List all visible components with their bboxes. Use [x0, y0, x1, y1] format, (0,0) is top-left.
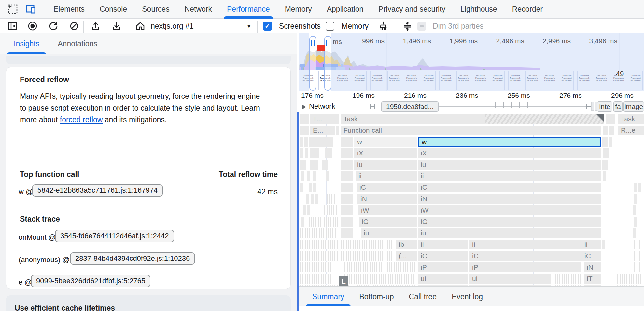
tab-performance[interactable]: Performance	[219, 0, 277, 19]
collapsed-insight-card[interactable]	[6, 56, 291, 64]
top-call-source-chip[interactable]: 5842-e12b863a5c711761.js:1:167974	[32, 184, 163, 197]
flame-event[interactable]	[611, 126, 614, 135]
flame-event-cluster[interactable]	[617, 274, 641, 284]
flame-event[interactable]	[315, 194, 318, 204]
flame-event[interactable]	[634, 194, 637, 204]
flame-event[interactable]	[605, 137, 608, 147]
flame-event[interactable]: iN	[418, 194, 601, 204]
details-tab-summary[interactable]: Summary	[308, 287, 349, 307]
flame-event[interactable]: ii	[418, 240, 468, 249]
flame-event-cluster[interactable]	[634, 251, 641, 261]
flame-event[interactable]	[602, 240, 605, 249]
flame-event-cluster[interactable]	[324, 217, 338, 227]
tab-application[interactable]: Application	[319, 0, 371, 19]
flame-event[interactable]	[309, 183, 312, 192]
flame-event[interactable]: iC	[418, 251, 468, 261]
flame-event[interactable]	[313, 171, 316, 181]
flame-event[interactable]	[300, 114, 309, 124]
flame-event[interactable]: iG	[418, 217, 601, 227]
flame-event[interactable]	[300, 137, 303, 147]
flame-event[interactable]	[309, 137, 333, 147]
network-disclosure-triangle[interactable]	[302, 104, 306, 110]
tab-recorder[interactable]: Recorder	[505, 0, 551, 19]
flame-event-cluster[interactable]	[324, 205, 338, 215]
flame-event-cluster[interactable]	[300, 240, 339, 249]
panel-resize-divider[interactable]	[297, 112, 299, 311]
flame-event[interactable]	[638, 183, 641, 192]
flame-event[interactable]	[341, 228, 353, 238]
flame-event[interactable]: ii	[356, 171, 417, 181]
flame-event[interactable]: iC	[418, 183, 601, 192]
flame-event[interactable]	[633, 228, 636, 238]
flame-event[interactable]: iP	[469, 262, 581, 272]
stack-frame-source-chip[interactable]: 2837-84b4d4394cd0f92e.js:1:10236	[70, 252, 195, 265]
flame-event[interactable]: ii	[418, 171, 601, 181]
device-toolbar-icon[interactable]	[25, 4, 36, 15]
flame-event[interactable]	[311, 194, 314, 204]
flame-event[interactable]: iT	[584, 274, 601, 284]
flame-event[interactable]	[310, 148, 319, 158]
flame-event[interactable]	[313, 183, 316, 192]
flame-event[interactable]: iW	[418, 205, 601, 215]
flame-event[interactable]: Task	[341, 114, 604, 124]
flame-event[interactable]	[633, 205, 636, 215]
flame-event[interactable]	[305, 148, 308, 158]
flame-event[interactable]	[301, 217, 304, 227]
screenshots-checkbox[interactable]: ✓	[263, 19, 272, 33]
flame-event-cluster[interactable]	[341, 240, 394, 249]
flame-event[interactable]	[325, 148, 332, 158]
flame-event[interactable]	[341, 171, 353, 181]
flame-event[interactable]	[606, 148, 609, 158]
flame-event[interactable]: iX	[354, 148, 417, 158]
flame-event[interactable]	[336, 126, 339, 135]
flame-event[interactable]: ui	[469, 274, 551, 284]
flame-event-cluster[interactable]	[553, 274, 581, 284]
home-icon[interactable]	[135, 19, 146, 33]
sidebar-tab-annotations[interactable]: Annotations	[54, 33, 101, 54]
flame-event[interactable]	[310, 160, 318, 170]
flame-event[interactable]: iC	[581, 251, 601, 261]
dim-third-parties-checkbox[interactable]	[417, 19, 426, 33]
flame-event[interactable]	[322, 160, 328, 170]
flame-event[interactable]	[300, 126, 309, 135]
flame-event[interactable]	[634, 183, 637, 192]
flame-event[interactable]: T...	[310, 114, 339, 124]
details-tab-event-log[interactable]: Event log	[447, 287, 487, 307]
flame-event[interactable]	[341, 183, 353, 192]
tab-memory[interactable]: Memory	[277, 0, 319, 19]
tab-sources[interactable]: Sources	[134, 0, 177, 19]
flame-event[interactable]	[605, 126, 608, 135]
profile-select[interactable]: nextjs.org #1 ▼	[148, 19, 254, 33]
flame-event[interactable]	[341, 160, 353, 170]
tab-lighthouse[interactable]: Lighthouse	[453, 0, 505, 19]
details-tab-bottom-up[interactable]: Bottom-up	[355, 287, 398, 307]
flame-event[interactable]: iN	[584, 262, 601, 272]
flame-event[interactable]	[303, 205, 306, 215]
flame-event-cluster[interactable]	[341, 251, 394, 261]
flame-event[interactable]: iC	[469, 251, 581, 261]
flame-event-cluster[interactable]	[344, 274, 415, 284]
flame-event[interactable]: w	[418, 137, 601, 147]
flame-chart[interactable]: T...TaskTaskE...Function callR...ewwiXiX…	[299, 114, 644, 286]
timeline-minimap[interactable]: The ReactFrameworkfor the WebThe ReactFr…	[299, 33, 644, 91]
stack-frame-source-chip[interactable]: 9099-5bee326dd621dfbf.js:5:2765	[31, 275, 150, 287]
network-request-chip-small[interactable]	[591, 102, 594, 111]
network-request-chip[interactable]: fa	[613, 101, 623, 112]
flame-event[interactable]	[605, 160, 608, 170]
record-icon[interactable]	[27, 19, 38, 33]
load-marker-badge[interactable]: L	[339, 276, 348, 286]
collapse-chart-icon[interactable]	[402, 19, 413, 33]
flame-event[interactable]	[606, 114, 609, 124]
tab-elements[interactable]: Elements	[46, 0, 92, 19]
flame-event[interactable]: iP	[418, 262, 468, 272]
flame-event-cluster[interactable]	[300, 251, 339, 261]
cache-lifetimes-card[interactable]: Use efficient cache lifetimes	[6, 295, 291, 311]
tab-privacy-and-security[interactable]: Privacy and security	[371, 0, 453, 19]
details-tab-call-tree[interactable]: Call tree	[404, 287, 441, 307]
flame-event[interactable]: iC	[357, 183, 417, 192]
sidebar-tab-insights[interactable]: Insights	[10, 33, 43, 54]
flame-event[interactable]: w	[354, 137, 417, 147]
flame-event[interactable]	[341, 194, 353, 204]
flame-event[interactable]	[634, 217, 637, 227]
flame-event-cluster[interactable]	[387, 262, 416, 272]
